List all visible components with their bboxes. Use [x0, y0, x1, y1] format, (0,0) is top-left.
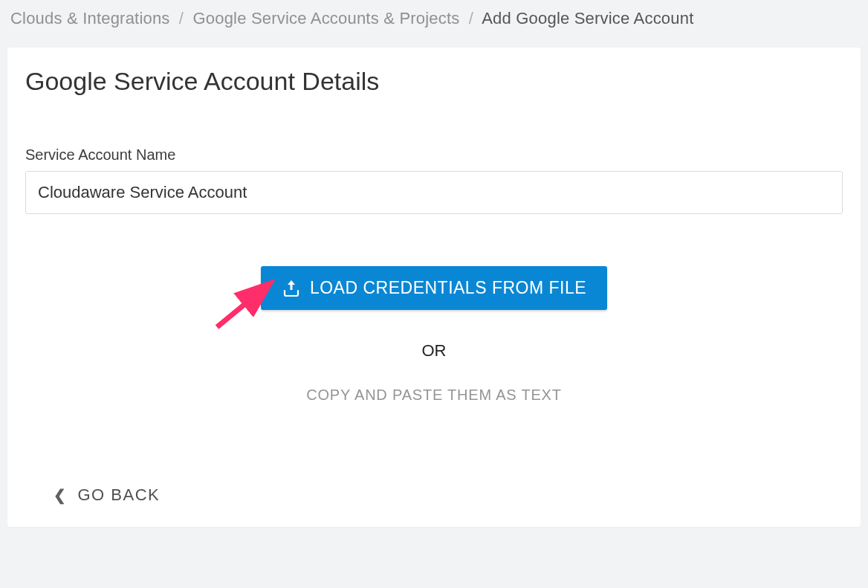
breadcrumb-separator: / [469, 9, 473, 28]
go-back-label: GO BACK [78, 485, 161, 505]
form-card: Google Service Account Details Service A… [7, 48, 861, 527]
breadcrumb-link-clouds[interactable]: Clouds & Integrations [10, 9, 170, 28]
or-label: OR [25, 341, 843, 361]
upload-icon [282, 280, 301, 297]
breadcrumb-current: Add Google Service Account [482, 9, 693, 28]
svg-line-1 [217, 285, 268, 327]
load-credentials-label: LOAD CREDENTIALS FROM FILE [310, 278, 586, 298]
breadcrumb-link-google[interactable]: Google Service Accounts & Projects [192, 9, 459, 28]
load-credentials-button[interactable]: LOAD CREDENTIALS FROM FILE [261, 266, 607, 310]
go-back-button[interactable]: ❮ GO BACK [54, 485, 160, 505]
breadcrumb: Clouds & Integrations / Google Service A… [0, 0, 868, 34]
service-account-name-input[interactable] [25, 171, 843, 214]
load-section: LOAD CREDENTIALS FROM FILE OR COPY AND P… [25, 266, 843, 404]
service-account-name-label: Service Account Name [25, 146, 843, 164]
page-title: Google Service Account Details [25, 67, 843, 96]
chevron-left-icon: ❮ [54, 486, 68, 504]
paste-as-text-button[interactable]: COPY AND PASTE THEM AS TEXT [306, 387, 562, 404]
breadcrumb-separator: / [179, 9, 184, 28]
